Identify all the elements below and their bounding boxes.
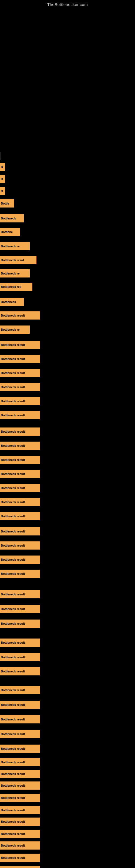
result-bar-container: Bottleneck result — [0, 686, 135, 695]
result-bar-container: Bottleneck result — [0, 311, 135, 320]
result-bar-label: Bottleneck result — [1, 515, 25, 518]
result-bar-container: Bottleneck re — [0, 326, 135, 334]
result-bar: Bottleneck result — [0, 569, 40, 578]
result-bar: Bottleneck result — [0, 383, 40, 391]
result-bar-container: Bottleneck result — [0, 854, 135, 862]
result-bar-container: Bottleneck result — [0, 653, 135, 662]
result-bar: Bottleneck — [0, 214, 24, 222]
result-bar-label: Bottleneck result — [1, 809, 25, 812]
result-bar-label: Bottleneck re — [1, 272, 20, 275]
result-bar-label: Bottleneck result — [1, 544, 25, 547]
result-bar: Bottleneck result — [0, 830, 40, 838]
site-title: TheBottlenecker.com — [0, 0, 135, 7]
result-bar: Bottleneck result — [0, 758, 40, 766]
result-bar-label: Bottleneck result — [1, 688, 25, 692]
result-bar-label: Bottleneck result — [1, 385, 25, 389]
result-bar-label: Bottleneck re — [1, 328, 20, 331]
result-bar: Bottleneck result — [0, 556, 40, 564]
result-bar: Bottlene — [0, 228, 20, 236]
result-bar: Bottleneck result — [0, 620, 40, 628]
result-bar: Bottleneck result — [0, 794, 40, 802]
result-bar: Bottleneck resul — [0, 256, 37, 264]
result-bar-label: Bottleneck result — [1, 458, 25, 461]
result-bar-container: Bottleneck result — [0, 484, 135, 493]
result-bar-container: Bottleneck result — [0, 667, 135, 676]
result-bar: Bottleneck result — [0, 428, 40, 436]
result-bar-label: Bottleneck result — [1, 820, 25, 823]
result-bar-label: B — [1, 165, 3, 168]
result-bar-container: Bottleneck res — [0, 283, 135, 291]
result-bar-label: Bottleneck result — [1, 444, 25, 447]
result-bar: Bottleneck result — [0, 397, 40, 405]
result-bar: Bottleneck result — [0, 470, 40, 478]
result-bar-container: Bottleneck result — [0, 730, 135, 739]
result-bar-label: Bottleneck result — [1, 558, 25, 561]
left-indicator — [1, 152, 1, 160]
result-bar: B — [0, 187, 5, 195]
result-bar: Bottleneck result — [0, 442, 40, 450]
result-bar: Bottleneck result — [0, 653, 40, 661]
result-bar: Bottleneck result — [0, 686, 40, 694]
result-bar-label: Bottleneck result — [1, 314, 25, 317]
result-bar: Bottleneck result — [0, 541, 40, 550]
result-bar-container: Bottleneck result — [0, 556, 135, 564]
result-bar-label: B — [1, 190, 3, 193]
result-bar-container: Bottleneck result — [0, 605, 135, 614]
result-bar-container: Bottleneck result — [0, 428, 135, 436]
result-bar-container: Bottleneck result — [0, 590, 135, 599]
result-bar: Bottleneck re — [0, 326, 30, 334]
result-bar-label: Bottle — [1, 202, 9, 205]
result-bar-label: Bottleneck result — [1, 656, 25, 659]
result-bar-container: Bottleneck result — [0, 512, 135, 521]
result-bar-container: Bottleneck result — [0, 541, 135, 550]
result-bar-container: Bottleneck result — [0, 383, 135, 392]
result-bar-label: Bottleneck result — [1, 856, 25, 859]
result-bar: Bottleneck result — [0, 484, 40, 492]
result-bar: Bottleneck — [0, 298, 24, 306]
result-bar-label: Bottleneck result — [1, 343, 25, 346]
result-bar-label: Bottleneck result — [1, 530, 25, 533]
result-bar: Bottleneck result — [0, 770, 40, 778]
result-bar-label: Bottleneck result — [1, 747, 25, 750]
result-bar: Bottleneck result — [0, 667, 40, 675]
result-bar-label: Bottleneck result — [1, 718, 25, 721]
result-bar-container: Bottleneck result — [0, 620, 135, 628]
result-bar-container: Bottleneck result — [0, 758, 135, 767]
result-bar: Bottleneck result — [0, 715, 40, 723]
result-bar: Bottleneck result — [0, 605, 40, 613]
result-bar: Bottleneck result — [0, 498, 40, 506]
result-bar-label: Bottleneck result — [1, 572, 25, 575]
result-bar-container: Bottleneck result — [0, 470, 135, 478]
result-bar-container: Bottleneck result — [0, 701, 135, 709]
result-bar: Bottleneck result — [0, 745, 40, 753]
result-bar-label: Bottleneck result — [1, 784, 25, 787]
result-bar-label: Bottleneck result — [1, 761, 25, 764]
result-bar-container: Bottlene — [0, 228, 135, 237]
result-bar-label: Bottleneck result — [1, 593, 25, 596]
result-bar: Bottleneck result — [0, 817, 40, 826]
result-bar-label: Bottleneck res — [1, 285, 21, 288]
result-bar: Bottleneck result — [0, 411, 40, 420]
result-bar: Bottleneck result — [0, 512, 40, 520]
result-bar-container: Bottleneck result — [0, 781, 135, 790]
result-bar-container: Bottleneck result — [0, 527, 135, 536]
result-bar: Bottleneck res — [0, 283, 32, 291]
result-bar-label: Bottleneck result — [1, 371, 25, 375]
result-bar-label: Bottleneck result — [1, 703, 25, 706]
result-bar: Bottleneck re — [0, 269, 30, 278]
result-bar: B — [0, 175, 5, 183]
result-bar-container: Bottleneck — [0, 298, 135, 307]
result-bar: Bottleneck result — [0, 369, 40, 377]
result-bar-container: Bottleneck re — [0, 242, 135, 251]
result-bar-label: Bottleneck result — [1, 832, 25, 835]
result-bar-label: Bottleneck result — [1, 607, 25, 611]
result-bar: B — [0, 163, 5, 171]
result-bar-container: Bottleneck result — [0, 355, 135, 364]
result-bar-container: Bottleneck resul — [0, 256, 135, 265]
result-bar-label: Bottleneck result — [1, 500, 25, 504]
result-bar: Bottleneck result — [0, 341, 40, 349]
result-bar: Bottleneck result — [0, 841, 40, 849]
result-bar: Bottleneck result — [0, 590, 40, 598]
result-bar-container: Bottle — [0, 199, 135, 208]
result-bar-label: Bottleneck result — [1, 844, 25, 847]
